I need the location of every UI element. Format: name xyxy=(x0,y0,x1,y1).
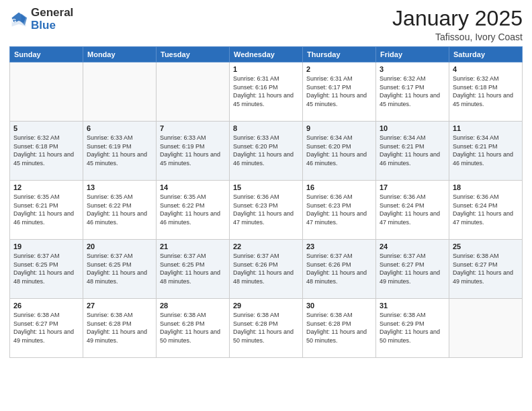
day-number: 15 xyxy=(233,183,299,191)
calendar-cell: 13Sunrise: 6:35 AM Sunset: 6:22 PM Dayli… xyxy=(83,181,157,240)
day-number: 18 xyxy=(453,183,519,191)
day-number: 20 xyxy=(87,242,152,250)
logo-blue-text: Blue xyxy=(31,19,56,32)
day-info: Sunrise: 6:34 AM Sunset: 6:21 PM Dayligh… xyxy=(380,134,445,167)
logo: G General Blue xyxy=(9,7,73,32)
calendar-cell: 1Sunrise: 6:31 AM Sunset: 6:16 PM Daylig… xyxy=(230,62,303,122)
day-info: Sunrise: 6:36 AM Sunset: 6:24 PM Dayligh… xyxy=(453,193,519,226)
day-number: 14 xyxy=(160,183,226,191)
weekday-header-thursday: Thursday xyxy=(303,47,376,62)
week-row-3: 12Sunrise: 6:35 AM Sunset: 6:21 PM Dayli… xyxy=(10,181,523,240)
day-info: Sunrise: 6:37 AM Sunset: 6:26 PM Dayligh… xyxy=(306,252,372,285)
week-row-2: 5Sunrise: 6:32 AM Sunset: 6:18 PM Daylig… xyxy=(10,122,523,181)
weekday-header-monday: Monday xyxy=(83,47,157,62)
day-number: 2 xyxy=(306,65,372,73)
calendar-table: SundayMondayTuesdayWednesdayThursdayFrid… xyxy=(9,46,523,358)
day-info: Sunrise: 6:38 AM Sunset: 6:28 PM Dayligh… xyxy=(306,311,372,345)
day-info: Sunrise: 6:36 AM Sunset: 6:23 PM Dayligh… xyxy=(233,193,299,226)
day-number: 17 xyxy=(380,183,445,191)
calendar-cell: 30Sunrise: 6:38 AM Sunset: 6:28 PM Dayli… xyxy=(303,299,376,358)
calendar-cell: 26Sunrise: 6:38 AM Sunset: 6:27 PM Dayli… xyxy=(10,299,83,358)
calendar-cell: 7Sunrise: 6:33 AM Sunset: 6:19 PM Daylig… xyxy=(157,122,230,181)
weekday-header-row: SundayMondayTuesdayWednesdayThursdayFrid… xyxy=(10,47,523,62)
calendar-cell: 16Sunrise: 6:36 AM Sunset: 6:23 PM Dayli… xyxy=(303,181,376,240)
day-number: 31 xyxy=(380,302,445,310)
day-number: 22 xyxy=(233,242,299,250)
weekday-header-sunday: Sunday xyxy=(10,47,83,62)
calendar-cell: 31Sunrise: 6:38 AM Sunset: 6:29 PM Dayli… xyxy=(376,299,449,358)
calendar-cell xyxy=(83,62,157,122)
calendar-cell: 14Sunrise: 6:35 AM Sunset: 6:22 PM Dayli… xyxy=(157,181,230,240)
day-info: Sunrise: 6:32 AM Sunset: 6:17 PM Dayligh… xyxy=(380,75,445,108)
day-info: Sunrise: 6:37 AM Sunset: 6:27 PM Dayligh… xyxy=(380,252,445,285)
day-info: Sunrise: 6:35 AM Sunset: 6:22 PM Dayligh… xyxy=(160,193,226,226)
day-number: 25 xyxy=(453,242,519,250)
calendar-cell: 10Sunrise: 6:34 AM Sunset: 6:21 PM Dayli… xyxy=(376,122,449,181)
day-info: Sunrise: 6:37 AM Sunset: 6:25 PM Dayligh… xyxy=(87,252,152,285)
calendar-cell: 4Sunrise: 6:32 AM Sunset: 6:18 PM Daylig… xyxy=(449,62,523,122)
day-number: 24 xyxy=(380,242,445,250)
day-number: 11 xyxy=(453,124,519,132)
day-info: Sunrise: 6:32 AM Sunset: 6:18 PM Dayligh… xyxy=(13,134,79,167)
day-info: Sunrise: 6:36 AM Sunset: 6:23 PM Dayligh… xyxy=(306,193,372,226)
calendar-cell: 8Sunrise: 6:33 AM Sunset: 6:20 PM Daylig… xyxy=(230,122,303,181)
day-info: Sunrise: 6:37 AM Sunset: 6:25 PM Dayligh… xyxy=(160,252,226,285)
day-info: Sunrise: 6:38 AM Sunset: 6:28 PM Dayligh… xyxy=(87,311,152,345)
calendar-cell: 27Sunrise: 6:38 AM Sunset: 6:28 PM Dayli… xyxy=(83,299,157,358)
calendar-cell: 28Sunrise: 6:38 AM Sunset: 6:28 PM Dayli… xyxy=(157,299,230,358)
calendar-cell xyxy=(10,62,83,122)
day-number: 7 xyxy=(160,124,226,132)
calendar-cell: 22Sunrise: 6:37 AM Sunset: 6:26 PM Dayli… xyxy=(230,240,303,299)
calendar-cell: 19Sunrise: 6:37 AM Sunset: 6:25 PM Dayli… xyxy=(10,240,83,299)
day-number: 5 xyxy=(13,124,79,132)
calendar-cell: 2Sunrise: 6:31 AM Sunset: 6:17 PM Daylig… xyxy=(303,62,376,122)
title-block: January 2025 Tafissou, Ivory Coast xyxy=(392,7,523,42)
week-row-4: 19Sunrise: 6:37 AM Sunset: 6:25 PM Dayli… xyxy=(10,240,523,299)
calendar-cell: 29Sunrise: 6:38 AM Sunset: 6:28 PM Dayli… xyxy=(230,299,303,358)
calendar-cell: 12Sunrise: 6:35 AM Sunset: 6:21 PM Dayli… xyxy=(10,181,83,240)
day-info: Sunrise: 6:34 AM Sunset: 6:21 PM Dayligh… xyxy=(453,134,519,167)
calendar-cell: 11Sunrise: 6:34 AM Sunset: 6:21 PM Dayli… xyxy=(449,122,523,181)
day-info: Sunrise: 6:34 AM Sunset: 6:20 PM Dayligh… xyxy=(306,134,372,167)
day-info: Sunrise: 6:38 AM Sunset: 6:29 PM Dayligh… xyxy=(380,311,445,345)
header: G General Blue January 2025 Tafissou, Iv… xyxy=(9,7,523,42)
calendar-cell: 9Sunrise: 6:34 AM Sunset: 6:20 PM Daylig… xyxy=(303,122,376,181)
week-row-5: 26Sunrise: 6:38 AM Sunset: 6:27 PM Dayli… xyxy=(10,299,523,358)
day-number: 26 xyxy=(13,302,79,310)
day-info: Sunrise: 6:32 AM Sunset: 6:18 PM Dayligh… xyxy=(453,75,519,108)
day-info: Sunrise: 6:33 AM Sunset: 6:20 PM Dayligh… xyxy=(233,134,299,167)
day-number: 28 xyxy=(160,302,226,310)
weekday-header-friday: Friday xyxy=(376,47,449,62)
calendar-cell: 18Sunrise: 6:36 AM Sunset: 6:24 PM Dayli… xyxy=(449,181,523,240)
day-number: 23 xyxy=(306,242,372,250)
day-number: 4 xyxy=(453,65,519,73)
day-number: 29 xyxy=(233,302,299,310)
calendar-cell xyxy=(157,62,230,122)
day-number: 13 xyxy=(87,183,152,191)
weekday-header-wednesday: Wednesday xyxy=(230,47,303,62)
day-number: 8 xyxy=(233,124,299,132)
week-row-1: 1Sunrise: 6:31 AM Sunset: 6:16 PM Daylig… xyxy=(10,62,523,122)
calendar-cell xyxy=(449,299,523,358)
calendar-cell: 21Sunrise: 6:37 AM Sunset: 6:25 PM Dayli… xyxy=(157,240,230,299)
day-info: Sunrise: 6:35 AM Sunset: 6:22 PM Dayligh… xyxy=(87,193,152,226)
day-info: Sunrise: 6:31 AM Sunset: 6:16 PM Dayligh… xyxy=(233,75,299,108)
calendar-cell: 25Sunrise: 6:38 AM Sunset: 6:27 PM Dayli… xyxy=(449,240,523,299)
calendar-cell: 23Sunrise: 6:37 AM Sunset: 6:26 PM Dayli… xyxy=(303,240,376,299)
day-number: 21 xyxy=(160,242,226,250)
calendar-cell: 3Sunrise: 6:32 AM Sunset: 6:17 PM Daylig… xyxy=(376,62,449,122)
day-number: 19 xyxy=(13,242,79,250)
weekday-header-saturday: Saturday xyxy=(449,47,523,62)
day-number: 30 xyxy=(306,302,372,310)
month-title: January 2025 xyxy=(392,7,523,30)
calendar-cell: 15Sunrise: 6:36 AM Sunset: 6:23 PM Dayli… xyxy=(230,181,303,240)
calendar-cell: 24Sunrise: 6:37 AM Sunset: 6:27 PM Dayli… xyxy=(376,240,449,299)
day-info: Sunrise: 6:36 AM Sunset: 6:24 PM Dayligh… xyxy=(380,193,445,226)
page: G General Blue January 2025 Tafissou, Iv… xyxy=(0,0,532,411)
day-number: 27 xyxy=(87,302,152,310)
day-info: Sunrise: 6:38 AM Sunset: 6:28 PM Dayligh… xyxy=(160,311,226,345)
day-number: 10 xyxy=(380,124,445,132)
day-info: Sunrise: 6:37 AM Sunset: 6:26 PM Dayligh… xyxy=(233,252,299,285)
logo-text-block: General Blue xyxy=(31,7,73,32)
svg-text:G: G xyxy=(12,17,17,24)
